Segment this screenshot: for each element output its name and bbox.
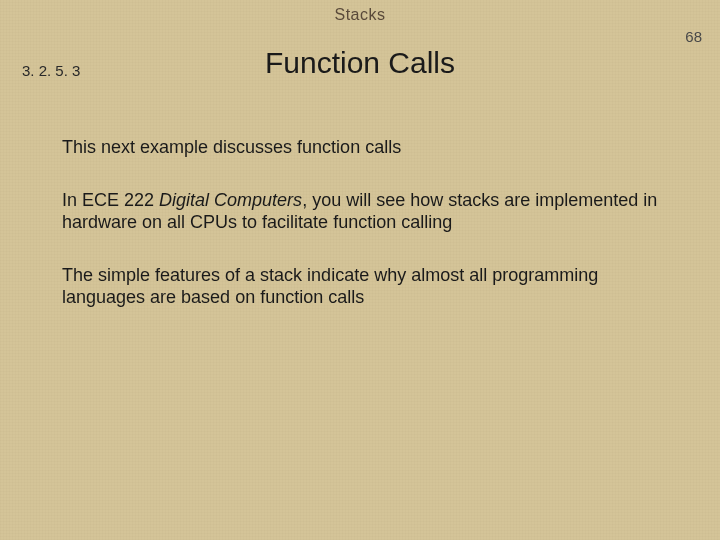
paragraph-2: In ECE 222 Digital Computers, you will s…: [62, 189, 670, 234]
header-topic: Stacks: [0, 0, 720, 24]
body-content: This next example discusses function cal…: [0, 136, 720, 309]
slide-title: Function Calls: [0, 46, 720, 80]
paragraph-1: This next example discusses function cal…: [62, 136, 670, 159]
paragraph-2-pre: In ECE 222: [62, 190, 159, 210]
section-number: 3. 2. 5. 3: [22, 62, 80, 79]
page-number: 68: [685, 28, 702, 45]
paragraph-2-italic: Digital Computers: [159, 190, 302, 210]
paragraph-3: The simple features of a stack indicate …: [62, 264, 670, 309]
